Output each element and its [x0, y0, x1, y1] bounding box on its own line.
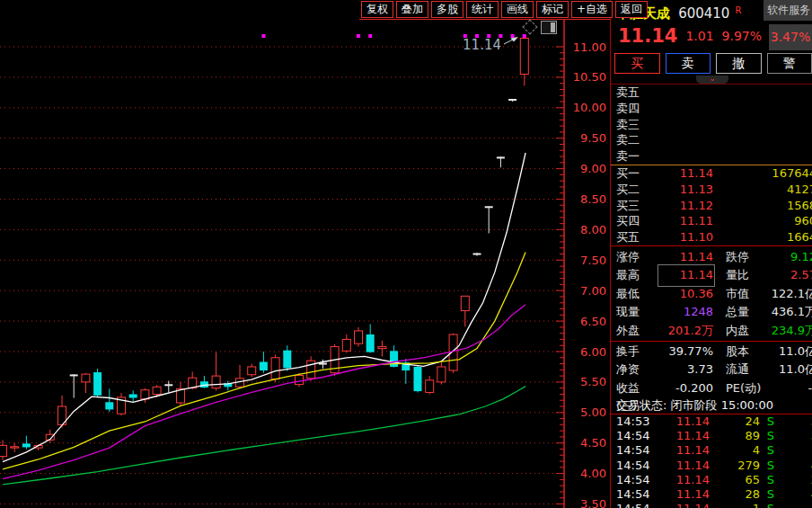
stat-value: 39.77% — [659, 343, 713, 361]
time-and-sales-list[interactable]: 14:5311.1424S314:5411.1489S314:5411.144S… — [611, 414, 812, 508]
toolbar-button-+自选[interactable]: +自选 — [571, 1, 613, 18]
chevron-down-icon[interactable]: ⌄ — [696, 76, 728, 84]
buy-level-row[interactable]: 买二11.134127 — [611, 182, 812, 198]
trade-price: 11.14 — [654, 414, 710, 429]
sell-level-row[interactable]: 卖二 — [611, 132, 812, 148]
toolbar-button-统计[interactable]: 统计 — [466, 1, 499, 18]
sell-level-row[interactable]: 卖五 — [611, 85, 812, 101]
trade-row: 14:5411.1465S2 — [611, 473, 812, 487]
trade-count: 1 — [781, 443, 812, 458]
sector-label[interactable]: 软件服务 — [763, 0, 812, 21]
trade-price: 11.14 — [654, 502, 710, 508]
buy-level-row[interactable]: 买三11.121568 — [611, 198, 812, 214]
trade-count: 3 — [781, 414, 812, 429]
toolbar-button-返回[interactable]: 返回 — [615, 1, 648, 18]
last-price: 11.14 — [618, 25, 677, 47]
trade-volume: 89 — [710, 429, 760, 443]
buy-button[interactable]: 买 — [614, 53, 660, 74]
trade-volume: 4 — [710, 443, 760, 458]
kline-chart[interactable]: 11.0010.5010.009.509.008.508.007.507.006… — [0, 0, 610, 508]
stat-value: 122.1亿 — [771, 285, 812, 304]
trade-time: 14:54 — [616, 502, 654, 508]
diamond-marker-icon[interactable] — [523, 20, 538, 35]
svg-text:7.00: 7.00 — [580, 284, 606, 298]
sell-level-row[interactable]: 卖一 — [611, 148, 812, 165]
trade-side: S — [760, 473, 781, 487]
level-volume: 4127 — [713, 182, 812, 198]
buy-level-row[interactable]: 买四11.11960 — [611, 213, 812, 229]
info-row: 净资3.73流通11.0亿 — [611, 361, 812, 379]
toolbar-button-复权[interactable]: 复权 — [361, 1, 393, 18]
svg-text:7.50: 7.50 — [580, 254, 606, 267]
trade-price: 11.14 — [654, 443, 710, 458]
level-label: 买二 — [616, 182, 652, 198]
stat-value: -0.200 — [659, 379, 713, 398]
trade-price: 11.14 — [654, 459, 710, 473]
trade-count: 4 — [781, 459, 812, 473]
stat-label: 股本 — [726, 343, 771, 361]
alert-button[interactable]: 警 — [767, 53, 812, 74]
level-price: 11.11 — [652, 213, 713, 229]
svg-text:11.14: 11.14 — [463, 37, 501, 53]
level-label: 卖二 — [616, 132, 652, 148]
stat-label: 净资 — [616, 361, 659, 379]
side-pane-toggle-icon[interactable] — [541, 21, 557, 34]
margin-flag: R — [736, 5, 742, 15]
toolbar-button-多股[interactable]: 多股 — [431, 1, 463, 18]
level-price — [652, 148, 713, 165]
level-label: 卖三 — [616, 117, 652, 133]
level-volume — [713, 148, 812, 165]
stat-value: 10.36 — [659, 285, 713, 304]
trade-count: 3 — [781, 429, 812, 443]
chart-corner-icons — [525, 19, 564, 35]
ma-green — [3, 387, 525, 485]
fundamentals-grid: 换手39.77%股本11.0亿净资3.73流通11.0亿收益(三)-0.200P… — [611, 342, 812, 397]
level-volume: 1664 — [713, 229, 812, 245]
ma-yellow — [3, 253, 525, 469]
toolbar-button-画线[interactable]: 画线 — [501, 1, 534, 18]
level-price: 11.13 — [652, 182, 713, 198]
trade-count: 4 — [781, 487, 812, 502]
svg-text:3.50: 3.50 — [580, 497, 606, 508]
stats-grid: 涨停11.14跌停9.12最高11.14量比2.57最低10.36市值122.1… — [611, 245, 812, 342]
stat-value: 11.14 — [659, 248, 713, 267]
stats-row: 涨停11.14跌停9.12 — [611, 248, 812, 267]
stats-row: 最高11.14量比2.57 — [611, 266, 812, 285]
level-volume — [713, 132, 812, 148]
trade-time: 14:54 — [616, 459, 654, 473]
trade-price: 11.14 — [654, 487, 710, 502]
trade-row: 14:5411.141S — [611, 502, 812, 508]
level-price — [652, 101, 713, 117]
level-price: 11.14 — [652, 165, 713, 182]
trade-volume: 1 — [710, 502, 760, 508]
level-volume — [713, 85, 812, 101]
sell-button[interactable]: 卖 — [666, 53, 711, 74]
trade-side: S — [760, 443, 781, 458]
svg-text:5.00: 5.00 — [580, 406, 606, 419]
stat-value: 436.1万 — [771, 303, 812, 322]
buy-level-row[interactable]: 买五11.101664 — [611, 229, 812, 245]
svg-text:6.00: 6.00 — [580, 345, 606, 359]
stat-value: 234.9万 — [771, 322, 812, 341]
level-label: 卖五 — [616, 85, 652, 101]
trade-volume: 65 — [710, 473, 760, 487]
cancel-order-button[interactable]: 撤 — [716, 53, 762, 74]
trade-side: S — [760, 502, 781, 508]
sell-level-row[interactable]: 卖三 — [611, 117, 812, 133]
level-volume: 1568 — [713, 198, 812, 214]
toolbar-button-标记[interactable]: 标记 — [536, 1, 569, 18]
stat-label: 换手 — [616, 343, 659, 361]
level-label: 买三 — [616, 198, 652, 214]
stat-value: 1248 — [659, 303, 713, 322]
trade-row: 14:5411.14279S4 — [611, 459, 812, 473]
ma-magenta — [3, 305, 525, 479]
stat-value: 3.73 — [659, 361, 713, 379]
stat-label: 流通 — [726, 361, 771, 379]
stat-label: 内盘 — [726, 322, 771, 341]
buy-level-row[interactable]: 买一11.14167644 — [611, 165, 812, 182]
stat-label: 市值 — [726, 285, 771, 304]
stat-label: 最低 — [616, 285, 659, 304]
trade-time: 14:54 — [616, 429, 654, 443]
sell-level-row[interactable]: 卖四 — [611, 101, 812, 117]
toolbar-button-叠加[interactable]: 叠加 — [396, 1, 428, 18]
